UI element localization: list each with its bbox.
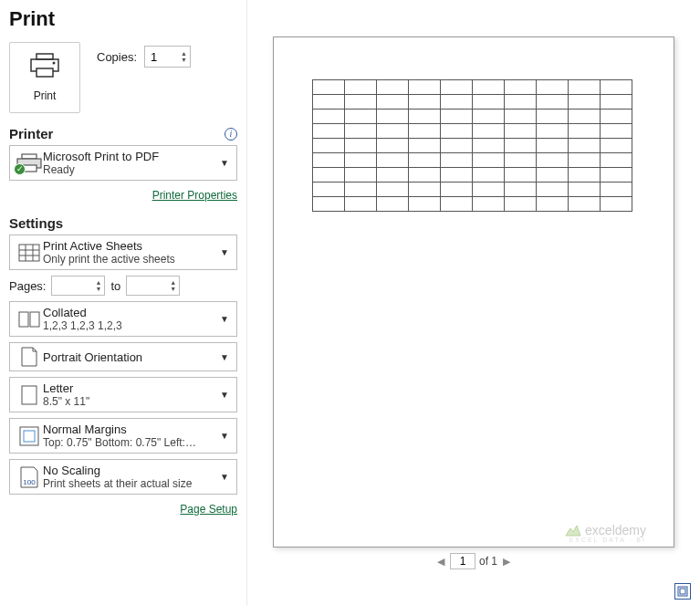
svg-rect-2 [37, 68, 53, 77]
collated-icon [16, 311, 43, 328]
svg-rect-15 [20, 427, 38, 445]
settings-section-title: Settings [9, 215, 63, 231]
copies-input[interactable] [145, 50, 178, 64]
printer-status: Ready [43, 163, 218, 176]
svg-rect-12 [19, 312, 28, 327]
printer-properties-link[interactable]: Printer Properties [152, 189, 237, 202]
page-setup-link[interactable]: Page Setup [180, 503, 237, 516]
pages-label: Pages: [9, 279, 46, 293]
preview-page: exceldemy EXCEL DATA · BI [273, 37, 674, 548]
paper-size-dropdown[interactable]: Letter 8.5" x 11" ▼ [9, 377, 237, 412]
preview-panel: exceldemy EXCEL DATA · BI ◀ of 1 ▶ [246, 0, 700, 605]
pages-to-input[interactable] [127, 279, 167, 292]
print-button-label: Print [34, 89, 57, 102]
chevron-down-icon: ▼ [218, 247, 231, 257]
portrait-icon [16, 347, 43, 367]
page-next-button[interactable]: ▶ [501, 556, 512, 568]
chevron-down-icon: ▼ [218, 314, 231, 324]
orientation-dropdown[interactable]: Portrait Orientation ▼ [9, 342, 237, 371]
collation-dropdown[interactable]: Collated 1,2,3 1,2,3 1,2,3 ▼ [9, 301, 237, 337]
scaling-icon: 100 [16, 466, 43, 488]
chevron-down-icon: ▼ [218, 352, 231, 362]
pages-from-input[interactable] [52, 279, 92, 292]
svg-rect-4 [22, 154, 37, 159]
watermark: exceldemy EXCEL DATA · BI [565, 523, 646, 537]
page-prev-button[interactable]: ◀ [435, 556, 446, 568]
pages-from-spinner[interactable]: ▲▼ [51, 276, 105, 296]
svg-rect-19 [680, 589, 685, 594]
scaling-dropdown[interactable]: 100 No Scaling Print sheets at their act… [9, 459, 237, 495]
left-panel: Print Print Copies: ▲▼ Printer i [0, 0, 246, 605]
preview-grid [312, 79, 632, 212]
page-title: Print [9, 7, 237, 31]
info-icon[interactable]: i [225, 128, 237, 141]
printer-dropdown[interactable]: ✓ Microsoft Print to PDF Ready ▼ [9, 145, 237, 181]
svg-rect-16 [24, 431, 35, 442]
svg-rect-0 [37, 54, 53, 59]
chevron-down-icon: ▼ [218, 390, 231, 400]
svg-rect-14 [22, 386, 37, 404]
sheets-icon [16, 244, 43, 262]
svg-rect-7 [19, 245, 39, 261]
printer-section-title: Printer [9, 126, 53, 141]
chevron-down-icon: ▼ [218, 472, 231, 482]
printer-device-icon: ✓ [16, 153, 43, 173]
svg-text:100: 100 [23, 478, 36, 486]
copies-stepper[interactable]: ▲▼ [178, 50, 190, 63]
check-icon: ✓ [14, 163, 26, 175]
margins-dropdown[interactable]: Normal Margins Top: 0.75" Bottom: 0.75" … [9, 418, 237, 454]
svg-rect-13 [30, 312, 39, 327]
print-button[interactable]: Print [9, 42, 80, 113]
zoom-to-page-button[interactable] [674, 583, 691, 600]
copies-spinner[interactable]: ▲▼ [144, 46, 191, 68]
pager: ◀ of 1 ▶ [435, 553, 512, 569]
page-current-input[interactable] [450, 553, 475, 569]
margins-icon [16, 426, 43, 446]
page-icon [16, 385, 43, 405]
chevron-down-icon: ▼ [218, 431, 231, 441]
printer-icon [29, 53, 60, 82]
page-total: of 1 [479, 555, 497, 568]
print-what-dropdown[interactable]: Print Active Sheets Only print the activ… [9, 235, 237, 270]
chevron-down-icon: ▼ [218, 158, 231, 168]
printer-name: Microsoft Print to PDF [43, 150, 218, 163]
pages-to-label: to [110, 279, 120, 293]
svg-point-3 [53, 62, 56, 65]
pages-to-spinner[interactable]: ▲▼ [126, 276, 180, 296]
copies-label: Copies: [97, 50, 137, 64]
